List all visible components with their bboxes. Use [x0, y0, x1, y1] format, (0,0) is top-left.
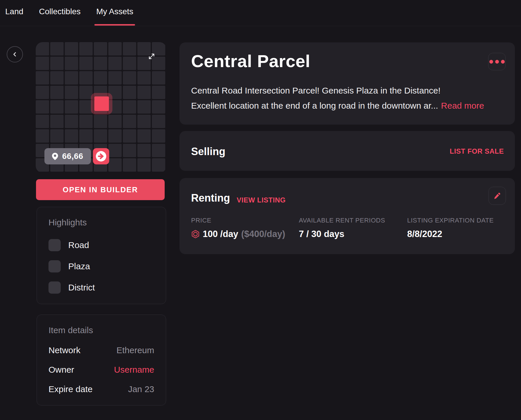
map-cell	[36, 100, 49, 114]
parcel-description: Central Road Intersection Parcel! Genesi…	[191, 83, 484, 113]
coordinates-value: 66,66	[62, 152, 83, 161]
map-cell	[36, 115, 49, 128]
parcel-map[interactable]: 66,66	[36, 42, 166, 173]
map-cell	[50, 115, 64, 128]
map-cell	[108, 57, 122, 70]
view-listing-link[interactable]: VIEW LISTING	[237, 196, 286, 204]
plaza-label: Plaza	[68, 261, 90, 271]
map-cell	[108, 144, 122, 157]
price-fiat-value: ($400/day)	[241, 229, 285, 239]
plaza-checkbox[interactable]	[48, 260, 61, 272]
district-checkbox[interactable]	[48, 281, 61, 294]
map-cell	[123, 100, 136, 114]
map-cell	[123, 57, 136, 70]
map-cell	[123, 158, 136, 172]
parcel-info-card: Central Parcel Central Road Intersection…	[179, 42, 515, 125]
expiration-column: LISTING EXPIRATION DATE 8/8/2022	[407, 217, 494, 239]
map-cell	[79, 71, 93, 85]
map-cell	[50, 129, 64, 143]
rent-periods-column: AVAILABLE RENT PERIODS 7 / 30 days	[299, 217, 385, 239]
description-line-2: Excellent location at the end of a long …	[191, 101, 438, 110]
map-cell	[123, 115, 136, 128]
expiration-label: LISTING EXPIRATION DATE	[407, 217, 494, 224]
map-cell	[50, 42, 64, 55]
chevron-left-icon	[11, 51, 18, 58]
expiration-value: 8/8/2022	[407, 229, 494, 239]
map-cell	[108, 158, 122, 172]
map-cell	[152, 144, 165, 157]
price-value: 100 /day	[203, 229, 238, 239]
expand-map-icon[interactable]	[147, 52, 156, 61]
expire-date-value: Jan 23	[128, 384, 154, 394]
map-cell	[108, 115, 122, 128]
item-details-row: Expire date Jan 23	[48, 383, 154, 395]
map-cell	[137, 144, 151, 157]
map-cell	[137, 71, 151, 85]
map-cell	[94, 71, 107, 85]
owner-value-link[interactable]: Username	[114, 365, 154, 375]
map-cell	[65, 129, 78, 143]
price-column: PRICE 100 /day ($400/day)	[191, 217, 285, 239]
highlights-title: Highlights	[48, 218, 87, 227]
page-title: Central Parcel	[191, 51, 310, 71]
selling-card: Selling LIST FOR SALE	[179, 131, 515, 171]
map-cell	[123, 129, 136, 143]
map-cell	[36, 71, 49, 85]
tab-collectibles[interactable]: Collectibles	[39, 0, 80, 23]
map-cell	[50, 100, 64, 114]
highlight-option-plaza[interactable]: Plaza	[48, 260, 95, 272]
owner-label: Owner	[48, 365, 74, 375]
map-cell	[137, 100, 151, 114]
map-cell	[79, 115, 93, 128]
map-cell	[152, 115, 165, 128]
road-checkbox[interactable]	[48, 239, 61, 251]
map-cell	[152, 158, 165, 172]
map-cell	[79, 57, 93, 70]
jump-in-button[interactable]	[93, 148, 109, 164]
read-more-link[interactable]: Read more	[441, 101, 484, 110]
map-cell	[123, 86, 136, 99]
tab-land[interactable]: Land	[5, 0, 23, 23]
map-cell	[137, 115, 151, 128]
highlights-card: Highlights Road Plaza District	[37, 207, 166, 304]
item-details-row: Network Ethereum	[48, 344, 154, 356]
map-cell	[94, 57, 107, 70]
back-button[interactable]	[7, 46, 23, 62]
map-cell	[65, 86, 78, 99]
map-cell	[79, 129, 93, 143]
pencil-icon	[493, 192, 501, 200]
description-line-1: Central Road Intersection Parcel! Genesi…	[191, 86, 441, 95]
map-cell	[36, 57, 49, 70]
coordinates-badge: 66,66	[44, 148, 91, 164]
network-value: Ethereum	[116, 345, 154, 355]
map-cell	[50, 57, 64, 70]
map-cell	[108, 42, 122, 55]
map-cell	[36, 42, 49, 55]
selected-parcel	[94, 96, 109, 111]
more-options-button[interactable]	[488, 53, 506, 70]
map-cell	[65, 42, 78, 55]
map-cell	[123, 42, 136, 55]
tab-my-assets[interactable]: My Assets	[96, 0, 133, 23]
location-pin-icon	[52, 153, 58, 160]
expire-date-label: Expire date	[48, 384, 93, 394]
highlight-option-district[interactable]: District	[48, 281, 95, 294]
map-cell	[123, 144, 136, 157]
map-cell	[137, 86, 151, 99]
item-details-row: Owner Username	[48, 364, 154, 376]
item-details-title: Item details	[48, 325, 93, 335]
highlight-option-road[interactable]: Road	[48, 239, 95, 251]
map-cell	[65, 71, 78, 85]
edit-listing-button[interactable]	[488, 187, 506, 205]
map-cell	[123, 71, 136, 85]
three-dots-icon	[489, 60, 493, 64]
mana-token-icon	[191, 230, 200, 238]
road-label: Road	[68, 240, 89, 250]
rent-periods-value: 7 / 30 days	[299, 229, 385, 239]
map-cell	[152, 129, 165, 143]
map-cell	[152, 71, 165, 85]
map-cell	[36, 86, 49, 99]
list-for-sale-link[interactable]: LIST FOR SALE	[450, 147, 504, 155]
arrow-right-circle-icon	[96, 151, 107, 162]
open-in-builder-button[interactable]: OPEN IN BUILDER	[36, 179, 165, 200]
